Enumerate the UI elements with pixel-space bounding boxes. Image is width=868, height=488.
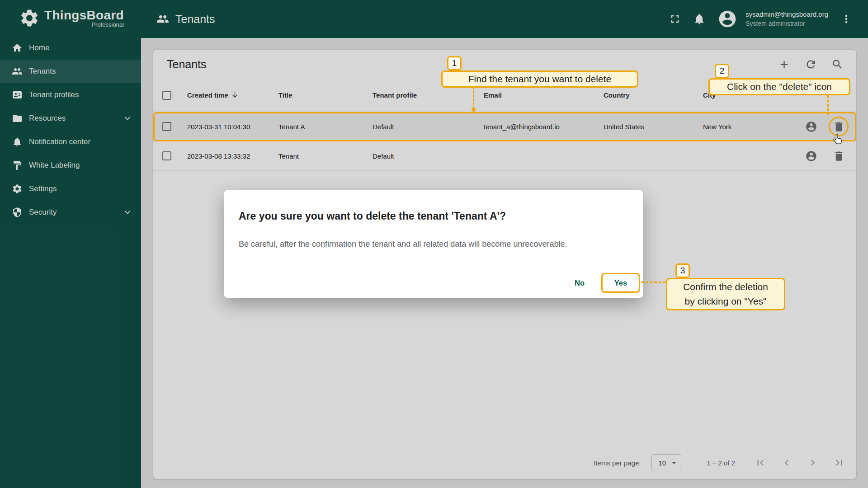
no-button[interactable]: No	[563, 273, 596, 293]
yes-button[interactable]: Yes	[601, 273, 640, 293]
thingsboard-app: ThingsBoard Professional Home Tenants Te…	[0, 0, 868, 488]
dialog-actions: No Yes	[563, 273, 640, 293]
delete-tenant-dialog: Are you sure you want to delete the tena…	[224, 190, 643, 298]
dialog-message: Be careful, after the confirmation the t…	[239, 239, 628, 249]
dialog-title: Are you sure you want to delete the tena…	[239, 190, 628, 223]
